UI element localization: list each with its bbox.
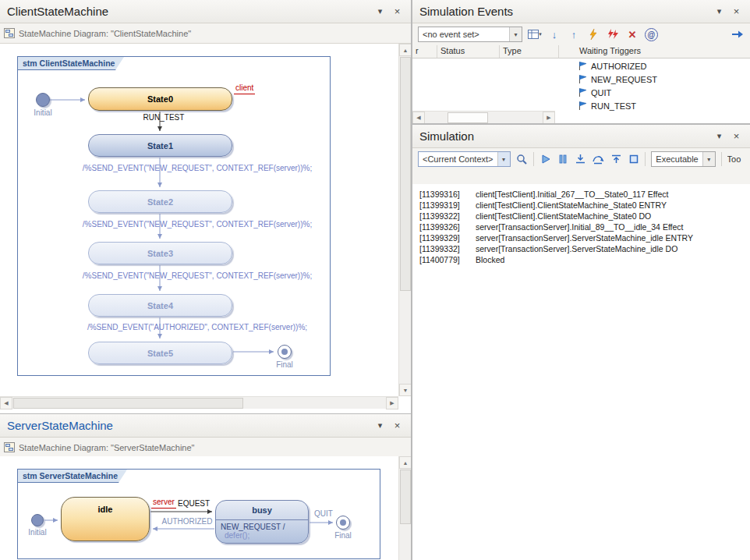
internal-effect: defer(); (221, 531, 303, 540)
state-label: busy (216, 501, 308, 520)
scrollbar-thumb[interactable] (400, 57, 411, 291)
scroll-up-icon[interactable]: ▲ (399, 456, 411, 469)
client-diagram-canvas[interactable]: stm ClientStateMachine Initial State0 cl… (0, 44, 398, 396)
close-icon[interactable]: × (730, 5, 743, 18)
trigger-list-item[interactable]: QUIT (575, 86, 750, 99)
close-icon[interactable]: × (730, 129, 743, 143)
column-header-type[interactable]: Type (500, 45, 559, 58)
transition-label-new-request: EQUEST (178, 499, 210, 508)
initial-node[interactable] (36, 93, 50, 107)
step-into-icon[interactable] (575, 152, 587, 166)
events-toolbar: <no event set> ▾ ▾ ↓ ↑ ✕ @ (412, 23, 750, 45)
trigger-label: NEW_REQUEST (591, 75, 657, 84)
panel-menu-icon[interactable]: ▾ (713, 5, 726, 18)
scroll-right-icon[interactable]: ▶ (543, 112, 555, 123)
trigger-icon (578, 87, 588, 97)
state-node-state2[interactable]: State2 (88, 190, 232, 213)
state-node-busy[interactable]: busy NEW_REQUEST / defer(); (215, 500, 309, 544)
initial-node[interactable] (31, 514, 44, 526)
dropdown-caret-icon[interactable]: ▾ (702, 152, 715, 166)
mode-dropdown[interactable]: Executable ▾ (651, 151, 715, 167)
transition-label-run-test: RUN_TEST (121, 113, 207, 122)
log-timestamp: [11399332] (419, 243, 476, 254)
simulation-log[interactable]: [11399316]client[TestClient].Initial_267… (412, 184, 750, 560)
panel-menu-icon[interactable]: ▾ (713, 129, 726, 143)
step-out-icon[interactable] (610, 152, 622, 166)
server-diagram-breadcrumb: StateMachine Diagram: "ServerStateMachin… (0, 438, 411, 458)
close-icon[interactable]: × (391, 5, 404, 18)
column-header-status[interactable]: Status (437, 45, 500, 58)
close-icon[interactable]: × (391, 419, 404, 432)
log-entry: [11399322]client[TestClient].ClientState… (419, 211, 750, 222)
event-set-dropdown[interactable]: <no event set> ▾ (418, 27, 522, 42)
play-icon[interactable] (540, 152, 552, 166)
multi-fire-event-icon[interactable] (606, 27, 620, 41)
events-horizontal-scrollbar[interactable]: ◀ ▶ (412, 111, 555, 123)
panel-title: Simulation Events (419, 5, 709, 18)
server-vertical-scrollbar[interactable]: ▲ (398, 456, 411, 560)
log-timestamp: [11400779] (419, 254, 476, 265)
arrow-right-icon[interactable] (731, 27, 745, 41)
column-header[interactable]: r (412, 45, 437, 58)
trigger-list-item[interactable]: AUTHORIZED (575, 59, 750, 73)
dropdown-caret-icon[interactable]: ▾ (509, 27, 522, 41)
simulation-panel-header: Simulation ▾ × (412, 125, 750, 148)
at-circle-icon[interactable]: @ (645, 28, 658, 41)
log-message: server[TransactionServer].Initial_89__TO… (476, 222, 684, 232)
pause-icon[interactable] (557, 152, 569, 166)
final-node[interactable] (336, 516, 350, 530)
step-over-icon[interactable] (592, 152, 604, 166)
server-diagram-canvas[interactable]: stm ServerStateMachine Initial idle serv… (0, 456, 398, 560)
events-panel-header: Simulation Events ▾ × (412, 0, 750, 23)
delete-event-icon[interactable]: ✕ (625, 27, 639, 41)
final-node[interactable] (278, 345, 292, 359)
enterprise-architect-workspace: ClientStateMachine ▾ × StateMachine Diag… (0, 0, 750, 560)
scroll-left-icon[interactable]: ◀ (412, 112, 425, 123)
search-icon[interactable] (516, 152, 529, 166)
scrollbar-thumb[interactable] (448, 112, 488, 123)
scroll-up-icon[interactable]: ▲ (399, 44, 411, 56)
server-instance-tag: server (151, 498, 176, 509)
state-node-state5[interactable]: State5 (88, 342, 232, 364)
client-horizontal-scrollbar[interactable]: ◀ ▶ (0, 396, 398, 409)
log-entry: [11399326]server[TransactionServer].Init… (419, 222, 750, 232)
scroll-left-icon[interactable]: ◀ (0, 397, 12, 409)
trigger-list-item[interactable]: RUN_TEST (575, 99, 750, 112)
simulation-panel: Simulation ▾ × <Current Context> ▾ (412, 125, 750, 560)
state-node-idle[interactable]: idle (61, 497, 150, 541)
transition-effect-4: /%SEND_EVENT("AUTHORIZED", CONTEXT_REF(s… (76, 323, 318, 331)
scrollbar-thumb[interactable] (400, 470, 411, 524)
scroll-right-icon[interactable]: ▶ (386, 397, 398, 409)
state-node-state0[interactable]: State0 (88, 87, 232, 111)
tools-button[interactable]: Too (727, 154, 745, 164)
state-node-state4[interactable]: State4 (88, 294, 232, 317)
log-timestamp: [11399329] (419, 232, 476, 243)
trigger-label: AUTHORIZED (591, 62, 647, 71)
log-message: server[TransactionServer].ServerStateMac… (476, 233, 693, 243)
panel-title: ServerStateMachine (7, 419, 370, 432)
final-node-dot (340, 519, 346, 526)
log-timestamp: [11399322] (419, 211, 476, 222)
final-label: Final (265, 360, 304, 369)
state-node-state3[interactable]: State3 (88, 242, 232, 264)
transition-effect-2: /%SEND_EVENT("NEW_REQUEST", CONTEXT_REF(… (76, 220, 318, 229)
panel-menu-icon[interactable]: ▾ (373, 5, 387, 18)
scrollbar-thumb[interactable] (13, 398, 243, 409)
trigger-list-item[interactable]: NEW_REQUEST (575, 73, 750, 86)
trigger-label: QUIT (591, 88, 611, 97)
context-dropdown[interactable]: <Current Context> ▾ (418, 151, 511, 167)
event-list-icon[interactable]: ▾ (528, 27, 542, 41)
move-up-icon[interactable]: ↑ (567, 27, 581, 41)
scroll-down-icon[interactable]: ▼ (399, 384, 411, 396)
log-timestamp: [11399326] (419, 222, 476, 232)
state-node-state1[interactable]: State1 (88, 134, 232, 157)
final-label: Final (329, 531, 357, 540)
move-down-icon[interactable]: ↓ (547, 27, 561, 41)
transition-effect-3: /%SEND_EVENT("NEW_REQUEST", CONTEXT_REF(… (76, 271, 318, 280)
panel-menu-icon[interactable]: ▾ (373, 419, 387, 432)
dropdown-caret-icon[interactable]: ▾ (497, 152, 510, 166)
fire-event-icon[interactable] (586, 27, 600, 41)
transition-label-quit: QUIT (310, 509, 337, 518)
stop-icon[interactable] (628, 152, 640, 166)
client-vertical-scrollbar[interactable]: ▲ ▼ (398, 44, 411, 396)
